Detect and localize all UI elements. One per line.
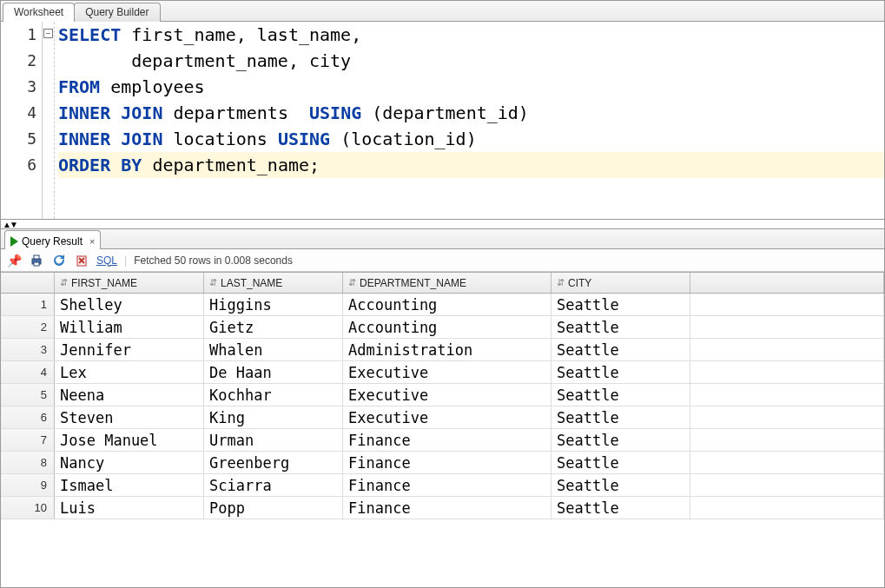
cell[interactable]: Administration [343,339,551,360]
close-icon[interactable]: × [89,236,95,247]
grid-header-row: ⇵FIRST_NAME ⇵LAST_NAME ⇵DEPARTMENT_NAME … [1,273,884,294]
cell[interactable]: Shelley [55,294,204,315]
cell[interactable]: Seattle [551,497,690,519]
cell[interactable]: Seattle [551,316,690,338]
cell[interactable]: De Haan [204,361,343,383]
cell[interactable]: Ismael [55,474,204,496]
code-line[interactable]: ORDER BY department_name; [58,152,884,178]
delete-icon[interactable] [74,253,89,268]
cell[interactable]: Luis [55,497,204,519]
table-row[interactable]: 7Jose ManuelUrmanFinanceSeattle [1,429,884,452]
table-row[interactable]: 1ShelleyHigginsAccountingSeattle [1,294,884,316]
code-line[interactable]: INNER JOIN departments USING (department… [58,100,884,126]
cell[interactable]: Sciarra [204,474,343,496]
cell[interactable]: Lex [55,361,204,383]
table-row[interactable]: 9IsmaelSciarraFinanceSeattle [1,474,884,497]
cell[interactable]: Seattle [551,406,690,428]
cell-fill [690,452,884,473]
cell[interactable]: King [204,406,343,428]
table-row[interactable]: 10LuisPoppFinanceSeattle [1,497,884,519]
cell[interactable]: Popp [204,497,343,519]
cell-fill [690,406,884,428]
table-row[interactable]: 4LexDe HaanExecutiveSeattle [1,361,884,384]
cell[interactable]: Higgins [204,294,343,315]
grid-header-fill [690,273,884,293]
table-row[interactable]: 3JenniferWhalenAdministrationSeattle [1,339,884,361]
cell[interactable]: Executive [343,384,551,406]
sort-icon: ⇵ [348,277,356,288]
result-grid: ⇵FIRST_NAME ⇵LAST_NAME ⇵DEPARTMENT_NAME … [1,272,884,519]
cell[interactable]: Finance [343,497,551,519]
cell[interactable]: Seattle [551,361,690,383]
row-number: 1 [1,294,55,315]
cell[interactable]: Finance [343,474,551,496]
result-tab-label: Query Result [22,235,83,248]
grid-header-last-name[interactable]: ⇵LAST_NAME [204,273,343,293]
top-tabs: Worksheet Query Builder [1,1,884,22]
cell[interactable]: Executive [343,406,551,428]
sql-editor: 123456 − SELECT first_name, last_name, d… [1,22,884,220]
cell[interactable]: Seattle [551,429,690,451]
table-row[interactable]: 8NancyGreenbergFinanceSeattle [1,452,884,474]
cell[interactable]: Gietz [204,316,343,338]
svg-rect-2 [34,262,39,266]
splitter-handle[interactable]: ▲▼ [1,220,884,228]
print-icon[interactable] [29,253,44,268]
row-number: 5 [1,384,55,406]
code-area[interactable]: SELECT first_name, last_name, department… [55,22,884,219]
grid-header-city[interactable]: ⇵CITY [551,273,690,293]
cell[interactable]: Kochhar [204,384,343,406]
line-number-gutter: 123456 [1,22,43,219]
col-label: DEPARTMENT_NAME [360,277,466,289]
cell[interactable]: Seattle [551,452,690,473]
table-row[interactable]: 2WilliamGietzAccountingSeattle [1,316,884,339]
table-row[interactable]: 6StevenKingExecutiveSeattle [1,406,884,429]
cell[interactable]: Finance [343,429,551,451]
tab-query-builder[interactable]: Query Builder [74,3,160,22]
code-line[interactable]: INNER JOIN locations USING (location_id) [58,126,884,152]
cell[interactable]: Jennifer [55,339,204,360]
tab-worksheet[interactable]: Worksheet [3,3,75,22]
sort-icon: ⇵ [209,277,217,288]
cell-fill [690,339,884,360]
cell[interactable]: Seattle [551,474,690,496]
line-number: 3 [1,74,36,100]
cell[interactable]: Seattle [551,384,690,406]
cell[interactable]: Greenberg [204,452,343,473]
row-number: 6 [1,406,55,428]
code-line[interactable]: FROM employees [58,74,884,100]
cell-fill [690,361,884,383]
cell[interactable]: Accounting [343,294,551,315]
col-label: FIRST_NAME [71,277,137,289]
cell[interactable]: Neena [55,384,204,406]
row-number: 10 [1,497,55,519]
tab-query-result[interactable]: Query Result × [4,230,101,249]
cell[interactable]: Jose Manuel [55,429,204,451]
cell[interactable]: Finance [343,452,551,473]
cell[interactable]: Whalen [204,339,343,360]
grid-header-first-name[interactable]: ⇵FIRST_NAME [55,273,204,293]
cell[interactable]: William [55,316,204,338]
pin-icon[interactable]: 📌 [6,253,22,268]
table-row[interactable]: 5NeenaKochharExecutiveSeattle [1,384,884,406]
refresh-icon[interactable] [51,253,67,268]
cell[interactable]: Accounting [343,316,551,338]
fold-toggle-icon[interactable]: − [43,29,53,38]
cell[interactable]: Urman [204,429,343,451]
cell[interactable]: Executive [343,361,551,383]
row-number: 9 [1,474,55,496]
code-line[interactable]: SELECT first_name, last_name, [58,22,884,48]
sql-link[interactable]: SQL [96,254,117,267]
row-number: 8 [1,452,55,473]
grid-header-department-name[interactable]: ⇵DEPARTMENT_NAME [343,273,551,293]
line-number: 2 [1,48,36,74]
cell-fill [690,474,884,496]
cell[interactable]: Nancy [55,452,204,473]
cell[interactable]: Steven [55,406,204,428]
run-triangle-icon [10,236,18,247]
fold-column: − [43,22,55,219]
code-line[interactable]: department_name, city [58,48,884,74]
cell-fill [690,316,884,338]
cell[interactable]: Seattle [551,294,690,315]
cell[interactable]: Seattle [551,339,690,360]
